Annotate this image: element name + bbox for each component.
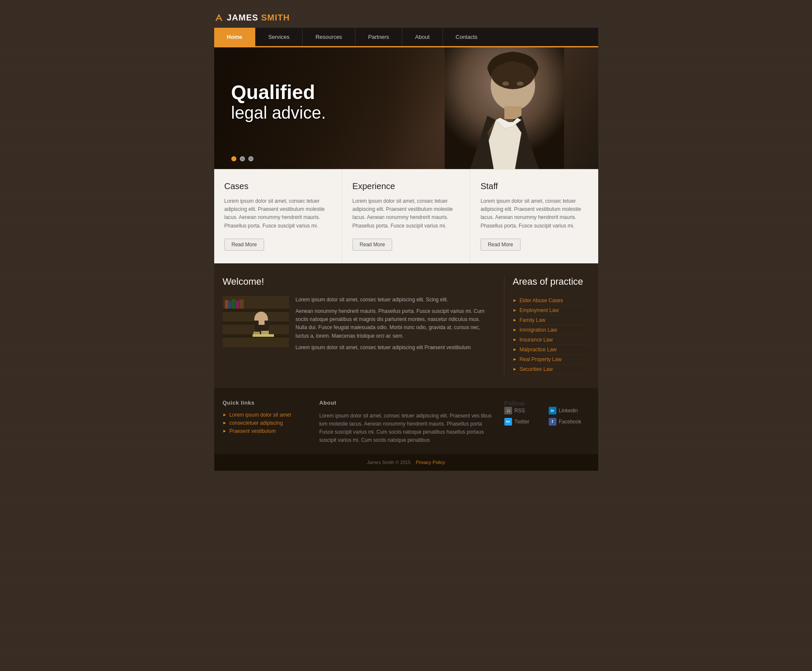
footer-link-3: ► Praesent vestibulum	[223, 428, 311, 434]
follow-facebook[interactable]: f Facebook	[549, 418, 590, 426]
hero-section: Qualified legal advice.	[214, 47, 598, 169]
svg-point-6	[502, 82, 509, 86]
read-more-experience-button[interactable]: Read More	[352, 239, 392, 251]
svg-rect-0	[217, 18, 221, 19]
follow-rss[interactable]: RSS	[504, 407, 545, 414]
facebook-icon: f	[549, 418, 556, 426]
svg-rect-10	[223, 309, 289, 312]
feature-staff-text: Lorem ipsum dolor sit amet, consec tetue…	[480, 197, 588, 230]
hero-text: Qualified legal advice.	[231, 82, 326, 122]
footer-link-2: ► consectetuer adipiscing	[223, 420, 311, 426]
area-malpractice-law: ► Malpractice Law	[513, 345, 590, 355]
area-family-law: ► Family Law	[513, 315, 590, 325]
svg-rect-23	[253, 332, 260, 334]
follow-rss-label: RSS	[515, 408, 525, 414]
area-securities-law: ► Securities Law	[513, 365, 590, 374]
welcome-title: Welcome!	[223, 276, 491, 287]
arrow-icon: ►	[223, 412, 227, 417]
area-label: Elder Abuse Cases	[519, 298, 563, 303]
footer-link-1: ► Lorem ipsum dolor sit amet	[223, 412, 311, 418]
area-label: Malpractice Law	[519, 347, 556, 353]
footer: Quick links ► Lorem ipsum dolor sit amet…	[214, 387, 598, 453]
nav-resources[interactable]: Resources	[303, 28, 355, 46]
feature-cases-text: Lorem ipsum dolor sit amet, consec tetue…	[224, 197, 332, 230]
svg-rect-20	[254, 321, 259, 330]
footer-quick-links: Quick links ► Lorem ipsum dolor sit amet…	[223, 400, 320, 445]
nav-home[interactable]: Home	[214, 28, 256, 46]
nav-contacts[interactable]: Contacts	[443, 28, 490, 46]
hero-line2: legal advice.	[231, 103, 326, 122]
feature-experience: Experience Lorem ipsum dolor sit amet, c…	[342, 169, 470, 263]
welcome-column: Welcome!	[214, 276, 504, 374]
follow-linkedin-label: Linkedin	[559, 408, 578, 414]
footer-link-label: Lorem ipsum dolor sit amet	[229, 412, 291, 418]
slider-dots	[231, 156, 253, 161]
areas-list: ► Elder Abuse Cases ► Employment Law ► F…	[513, 296, 590, 374]
follow-facebook-label: Facebook	[559, 419, 582, 425]
footer-follow-title: Follow	[504, 400, 590, 407]
feature-cases: Cases Lorem ipsum dolor sit amet, consec…	[214, 169, 342, 263]
follow-linkedin[interactable]: in Linkedin	[549, 407, 590, 414]
feature-experience-text: Lorem ipsum dolor sit amet, consec tetue…	[352, 197, 460, 230]
nav-services[interactable]: Services	[256, 28, 303, 46]
arrow-icon: ►	[513, 337, 517, 342]
footer-bottom: James Smith © 2015 Privacy Policy	[214, 453, 598, 471]
area-insurance-law: ► Insurance Law	[513, 335, 590, 345]
svg-rect-22	[253, 334, 274, 337]
footer-link-label: consectetuer adipiscing	[229, 420, 282, 426]
arrow-icon: ►	[513, 347, 517, 352]
areas-column: Areas of practice ► Elder Abuse Cases ► …	[504, 276, 598, 374]
read-more-cases-button[interactable]: Read More	[224, 239, 264, 251]
nav-about[interactable]: About	[402, 28, 443, 46]
welcome-intro: Lorem ipsum dolor sit amet, consec tetue…	[296, 296, 491, 304]
logo-text: JAMES SMITH	[227, 13, 290, 23]
privacy-policy-link[interactable]: Privacy Policy	[416, 460, 445, 465]
hero-line1: Qualified	[231, 81, 315, 103]
arrow-icon: ►	[513, 367, 517, 371]
features-section: Cases Lorem ipsum dolor sit amet, consec…	[214, 169, 598, 263]
linkedin-icon: in	[549, 407, 556, 414]
footer-about: About Lorem ipsum dolor sit amet, consec…	[319, 400, 504, 445]
follow-twitter-label: Twitter	[515, 419, 530, 425]
logo-first-name: JAMES	[227, 13, 259, 22]
follow-twitter[interactable]: tw Twitter	[504, 418, 545, 426]
slider-dot-3[interactable]	[248, 156, 253, 161]
area-label: Insurance Law	[519, 337, 553, 343]
footer-links-list: ► Lorem ipsum dolor sit amet ► consectet…	[223, 412, 311, 434]
area-label: Employment Law	[519, 307, 559, 313]
arrow-icon: ►	[513, 298, 517, 303]
follow-grid: RSS in Linkedin tw Twitter f	[504, 407, 590, 426]
area-label: Family Law	[519, 317, 545, 323]
footer-follow: Follow RSS in Linkedin tw	[504, 400, 590, 445]
site-header: JAMES SMITH	[214, 9, 598, 28]
welcome-body2: Lorem ipsum dolor sit amet, consec tetue…	[296, 344, 491, 352]
hero-person-image	[445, 47, 564, 169]
footer-about-title: About	[319, 400, 495, 406]
footer-quick-links-title: Quick links	[223, 400, 311, 406]
svg-point-25	[506, 411, 508, 412]
svg-rect-24	[261, 331, 269, 334]
welcome-image	[223, 296, 289, 347]
arrow-icon: ►	[513, 357, 517, 362]
arrow-icon: ►	[513, 308, 517, 312]
slider-dot-2[interactable]	[240, 156, 245, 161]
feature-staff-title: Staff	[480, 181, 588, 191]
twitter-icon: tw	[504, 418, 512, 426]
copyright-text: James Smith © 2015	[367, 460, 410, 465]
feature-experience-title: Experience	[352, 181, 460, 191]
svg-point-7	[517, 82, 524, 86]
svg-rect-17	[239, 300, 244, 309]
read-more-staff-button[interactable]: Read More	[480, 239, 520, 251]
svg-rect-13	[225, 300, 228, 309]
footer-about-text: Lorem ipsum dolor sit amet, consec tetue…	[319, 412, 495, 445]
main-nav: Home Services Resources Partners About C…	[214, 28, 598, 47]
svg-rect-16	[236, 300, 239, 309]
arrow-icon: ►	[513, 327, 517, 332]
areas-title: Areas of practice	[513, 276, 590, 287]
slider-dot-1[interactable]	[231, 156, 236, 161]
svg-rect-15	[232, 299, 236, 309]
footer-link-label: Praesent vestibulum	[229, 428, 276, 434]
logo-last-name: SMITH	[261, 13, 290, 22]
area-immigration-law: ► Immigration Law	[513, 325, 590, 335]
nav-partners[interactable]: Partners	[355, 28, 402, 46]
